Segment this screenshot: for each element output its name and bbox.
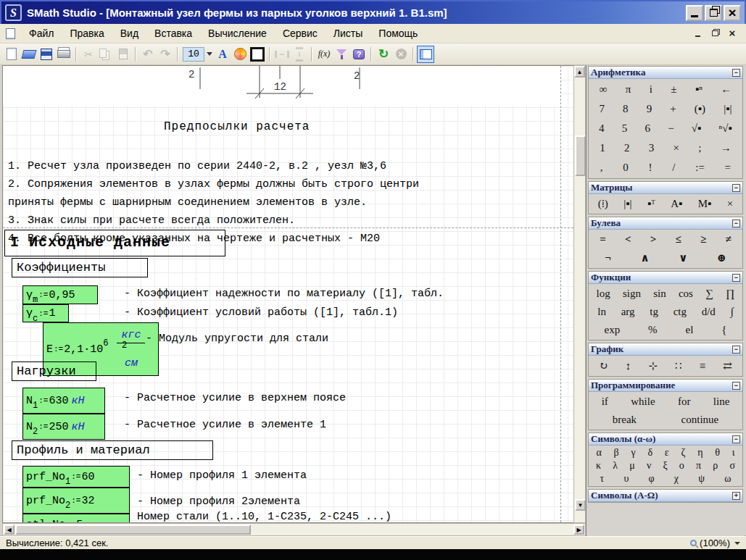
palette-symbol[interactable]: ε <box>664 447 670 459</box>
palette-symbol[interactable]: ο <box>679 460 685 472</box>
palette-symbol[interactable]: 9 <box>645 102 654 116</box>
palette-symbol[interactable]: ν <box>646 460 652 472</box>
palette-symbol[interactable]: θ <box>714 447 721 459</box>
reference-book-icon[interactable]: ? <box>350 46 368 63</box>
vertical-scroll-thumb[interactable] <box>575 135 586 176</box>
palette-symbol[interactable]: < <box>623 233 633 246</box>
palette-symbol[interactable]: exp <box>602 323 621 337</box>
section-title[interactable]: I Исходные данные <box>10 234 170 251</box>
palette-symbol[interactable]: π <box>695 460 702 472</box>
text-style-icon[interactable]: A <box>214 46 231 63</box>
palette-symbol[interactable]: β <box>613 447 620 459</box>
palette-symbol[interactable]: ⊹ <box>647 359 659 373</box>
palette-symbol[interactable]: = <box>724 161 732 175</box>
palette-symbol[interactable]: ∧ <box>639 251 650 265</box>
palette-symbol[interactable]: continue <box>680 413 721 427</box>
menu-view[interactable]: Вид <box>112 25 146 41</box>
palette-symbol[interactable]: ⊕ <box>716 251 728 265</box>
document-icon[interactable] <box>6 28 15 39</box>
palette-symbol[interactable]: ≠ <box>724 233 733 246</box>
collapse-icon[interactable]: − <box>732 184 740 192</box>
palette-symbol[interactable]: ≤ <box>674 233 683 246</box>
palette-symbol[interactable]: d/d <box>700 305 717 319</box>
palette-symbol[interactable]: arg <box>620 305 637 319</box>
palette-symbol[interactable]: 3 <box>647 141 656 155</box>
palette-symbol[interactable]: line <box>712 395 732 409</box>
palette-symbol[interactable]: φ <box>648 473 655 485</box>
palette-symbol[interactable]: ¬ <box>603 251 613 265</box>
child-restore-icon[interactable] <box>710 28 720 38</box>
menu-insert[interactable]: Вставка <box>146 25 200 41</box>
palette-symbol[interactable]: log <box>595 287 612 301</box>
palette-symbol[interactable]: 4 <box>597 122 606 135</box>
vertical-scrollbar[interactable]: ▲ ▼ <box>573 65 586 523</box>
palette-symbol[interactable]: ln <box>596 305 608 319</box>
palette-symbol[interactable]: / <box>671 161 676 175</box>
minimize-button[interactable] <box>686 5 703 21</box>
palette-symbol[interactable]: break <box>611 413 638 427</box>
collapse-icon[interactable]: − <box>732 382 740 390</box>
formula-description[interactable]: - Коэффициент надежности по материалу ([… <box>124 288 444 300</box>
palette-symbol[interactable]: ∫ <box>729 305 735 319</box>
formula-gamma-m[interactable]: γm:=0,95 <box>22 285 98 304</box>
palette-symbol[interactable]: 6 <box>643 122 652 135</box>
menu-service[interactable]: Сервис <box>275 25 326 41</box>
palette-symbol[interactable]: ι <box>732 447 736 459</box>
note-line[interactable]: 3. Знак силы при расчете всегда положите… <box>8 214 295 227</box>
collapse-icon[interactable]: − <box>732 346 740 354</box>
palette-symbol[interactable]: ↻ <box>597 359 610 373</box>
palette-symbol[interactable]: ∞ <box>598 83 609 96</box>
palette-symbol[interactable]: ▪ᵀ <box>646 197 657 211</box>
scroll-right-icon[interactable]: ▶ <box>573 525 584 535</box>
palette-symbol[interactable]: ω <box>724 473 732 485</box>
palette-symbol[interactable]: 0 <box>621 161 630 175</box>
font-size-dropdown-icon[interactable] <box>204 47 214 62</box>
zoom-level[interactable]: (100%) <box>700 538 730 548</box>
expand-icon[interactable]: + <box>732 492 740 500</box>
palette-symbol[interactable]: 2 <box>623 141 631 155</box>
palette-symbol[interactable]: ∷ <box>674 359 684 373</box>
palette-symbol[interactable]: |▪| <box>722 102 733 116</box>
palette-symbol[interactable]: δ <box>647 447 653 459</box>
palette-symbol[interactable]: 8 <box>621 102 630 116</box>
formula-prf-no-2[interactable]: prf_No2:=32 <box>22 488 130 514</box>
horizontal-scrollbar[interactable]: ◀ ▶ <box>2 523 586 536</box>
zoom-dropdown-icon[interactable] <box>734 542 740 545</box>
horizontal-scroll-thumb[interactable] <box>15 525 251 535</box>
menu-calculation[interactable]: Вычисление <box>200 25 275 41</box>
palette-symbol[interactable]: 1 <box>598 141 607 155</box>
open-file-icon[interactable] <box>20 46 38 63</box>
formula-N2[interactable]: N2:=250кН <box>22 414 105 440</box>
palette-symbol[interactable]: 7 <box>598 102 607 116</box>
menu-sheets[interactable]: Листы <box>326 25 370 41</box>
print-icon[interactable] <box>55 46 72 63</box>
palette-symbol[interactable]: ↕ <box>624 359 633 373</box>
palette-symbol[interactable]: (⁞) <box>597 197 610 211</box>
palette-symbol[interactable]: × <box>726 197 734 211</box>
palette-symbol[interactable]: ρ <box>712 460 718 472</box>
palette-symbol[interactable]: 5 <box>621 122 629 135</box>
restore-button[interactable] <box>705 5 722 21</box>
palette-symbol[interactable]: ζ <box>681 447 687 459</box>
note-line[interactable]: приняты фермы с шарнирным соединением эл… <box>8 196 367 209</box>
palette-symbol[interactable]: α <box>595 447 602 459</box>
palette-symbol[interactable]: ≥ <box>699 233 708 246</box>
palette-symbol[interactable]: ψ <box>697 473 705 485</box>
collapse-icon[interactable]: − <box>732 274 740 282</box>
palette-symbol[interactable]: M▪ <box>697 197 713 211</box>
palette-symbol[interactable]: tg <box>648 305 660 319</box>
palette-symbol[interactable]: % <box>647 323 659 337</box>
child-minimize-icon[interactable] <box>692 28 703 38</box>
new-file-icon[interactable] <box>3 46 20 63</box>
palette-symbol[interactable]: i <box>648 83 654 96</box>
border-icon[interactable] <box>249 46 266 63</box>
insert-function-icon[interactable]: f(x) <box>315 46 333 63</box>
formula-description[interactable]: - Модуль упругости для стали <box>146 333 328 345</box>
palette-colors-icon[interactable] <box>231 46 249 63</box>
formula-description[interactable]: Номер стали (1..10, 1-С235, 2-С245 ...) <box>137 511 391 523</box>
save-file-icon[interactable] <box>38 46 55 63</box>
formula-description[interactable]: - Коэффициент условий работы ([1], табл.… <box>124 306 398 319</box>
worksheet-canvas[interactable]: 2 12 2 Предпосылки расчета 1. <box>2 65 573 523</box>
palette-symbol[interactable]: (▪) <box>693 102 707 116</box>
palette-symbol[interactable]: { <box>720 323 728 337</box>
